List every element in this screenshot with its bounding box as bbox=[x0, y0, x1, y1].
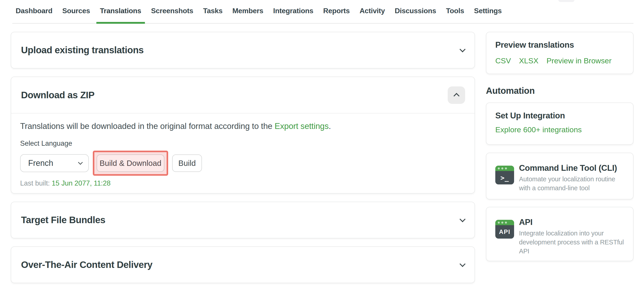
csv-link[interactable]: CSV bbox=[495, 56, 511, 65]
nav-item-integrations[interactable]: Integrations bbox=[273, 7, 314, 23]
language-select-value: French bbox=[28, 158, 53, 168]
sidebar: Preview translations CSV XLSX Preview in… bbox=[486, 32, 634, 261]
cli-tool-title: Command Line Tool (CLI) bbox=[519, 163, 617, 173]
bundles-card-title: Target File Bundles bbox=[21, 215, 105, 225]
nav-item-sources[interactable]: Sources bbox=[62, 7, 90, 23]
upload-card-title: Upload existing translations bbox=[21, 45, 144, 56]
language-select[interactable]: French bbox=[20, 154, 89, 172]
cli-tool-description: Automate your localization routine with … bbox=[519, 175, 617, 192]
build-controls-row: French Build & Download Build bbox=[20, 151, 465, 176]
api-card[interactable]: API API Integrate localization into your… bbox=[486, 207, 634, 261]
last-built-value: 15 Jun 2077, 11:28 bbox=[52, 179, 110, 187]
chevron-up-icon bbox=[454, 93, 460, 99]
upload-existing-translations-card[interactable]: Upload existing translations bbox=[11, 32, 475, 69]
download-card-header: Download as ZIP bbox=[11, 77, 474, 114]
nav-item-screenshots[interactable]: Screenshots bbox=[151, 7, 194, 23]
terminal-dot-icon bbox=[498, 167, 500, 169]
terminal-cli-icon: >_ bbox=[495, 166, 514, 184]
automation-heading: Automation bbox=[486, 86, 634, 96]
terminal-prompt-glyph: >_ bbox=[495, 171, 514, 184]
xlsx-link[interactable]: XLSX bbox=[519, 56, 538, 65]
build-button[interactable]: Build bbox=[172, 154, 202, 172]
preview-translations-title: Preview translations bbox=[495, 40, 624, 50]
terminal-dot-icon bbox=[501, 167, 503, 169]
terminal-api-icon: API bbox=[495, 220, 514, 239]
project-nav: Dashboard Sources Translations Screensho… bbox=[12, 0, 634, 24]
last-built-label: Last built: bbox=[20, 179, 52, 187]
nav-item-translations[interactable]: Translations bbox=[100, 7, 141, 23]
cli-tool-text: Command Line Tool (CLI) Automate your lo… bbox=[519, 163, 617, 199]
page-content: Upload existing translations Download as… bbox=[11, 32, 634, 283]
annotation-highlight-box: Build & Download bbox=[93, 151, 168, 176]
preview-in-browser-link[interactable]: Preview in Browser bbox=[546, 56, 612, 65]
export-settings-link[interactable]: Export settings bbox=[274, 122, 329, 131]
set-up-integration-title: Set Up Integration bbox=[495, 111, 624, 120]
main-column: Upload existing translations Download as… bbox=[11, 32, 475, 283]
chevron-down-icon bbox=[460, 261, 466, 267]
cutoff-toolbar-fragment bbox=[558, 0, 574, 2]
nav-item-activity[interactable]: Activity bbox=[360, 7, 385, 23]
ota-content-delivery-card[interactable]: Over-The-Air Content Delivery bbox=[11, 246, 475, 283]
terminal-titlebar bbox=[495, 166, 514, 171]
target-file-bundles-card[interactable]: Target File Bundles bbox=[11, 202, 475, 238]
nav-item-tools[interactable]: Tools bbox=[446, 7, 464, 23]
terminal-dot-icon bbox=[505, 167, 507, 169]
api-card-title: API bbox=[519, 217, 624, 227]
description-period: . bbox=[329, 122, 331, 131]
ota-card-title: Over-The-Air Content Delivery bbox=[21, 259, 152, 270]
explore-integrations-link[interactable]: Explore 600+ integrations bbox=[495, 125, 582, 134]
description-text: Translations will be downloaded in the o… bbox=[20, 122, 274, 131]
api-card-description: Integrate localization into your develop… bbox=[519, 229, 624, 256]
download-as-zip-card: Download as ZIP Translations will be dow… bbox=[11, 77, 475, 194]
build-and-download-button[interactable]: Build & Download bbox=[96, 154, 164, 172]
nav-item-tasks[interactable]: Tasks bbox=[203, 7, 222, 23]
terminal-titlebar bbox=[495, 220, 514, 225]
api-glyph: API bbox=[495, 225, 514, 239]
api-card-text: API Integrate localization into your dev… bbox=[519, 217, 624, 261]
chevron-down-icon bbox=[460, 46, 466, 52]
download-description: Translations will be downloaded in the o… bbox=[20, 122, 465, 131]
select-language-label: Select Language bbox=[20, 139, 465, 148]
nav-list: Dashboard Sources Translations Screensho… bbox=[16, 7, 502, 23]
collapse-button[interactable] bbox=[448, 86, 465, 104]
last-built-status: Last built: 15 Jun 2077, 11:28 bbox=[20, 179, 465, 187]
nav-item-settings[interactable]: Settings bbox=[474, 7, 502, 23]
nav-item-reports[interactable]: Reports bbox=[323, 7, 350, 23]
nav-item-discussions[interactable]: Discussions bbox=[395, 7, 436, 23]
nav-item-dashboard[interactable]: Dashboard bbox=[16, 7, 52, 23]
set-up-integration-card: Set Up Integration Explore 600+ integrat… bbox=[486, 103, 634, 145]
nav-item-members[interactable]: Members bbox=[232, 7, 263, 23]
terminal-dot-icon bbox=[498, 222, 500, 224]
terminal-dot-icon bbox=[501, 222, 503, 224]
cli-tool-card[interactable]: >_ Command Line Tool (CLI) Automate your… bbox=[486, 153, 634, 199]
download-card-body: Translations will be downloaded in the o… bbox=[11, 114, 474, 187]
preview-translations-card: Preview translations CSV XLSX Preview in… bbox=[486, 32, 634, 74]
chevron-down-icon bbox=[78, 160, 83, 164]
download-card-title: Download as ZIP bbox=[21, 90, 94, 101]
preview-links-row: CSV XLSX Preview in Browser bbox=[495, 56, 624, 65]
chevron-down-icon bbox=[460, 216, 466, 222]
terminal-dot-icon bbox=[505, 222, 507, 224]
